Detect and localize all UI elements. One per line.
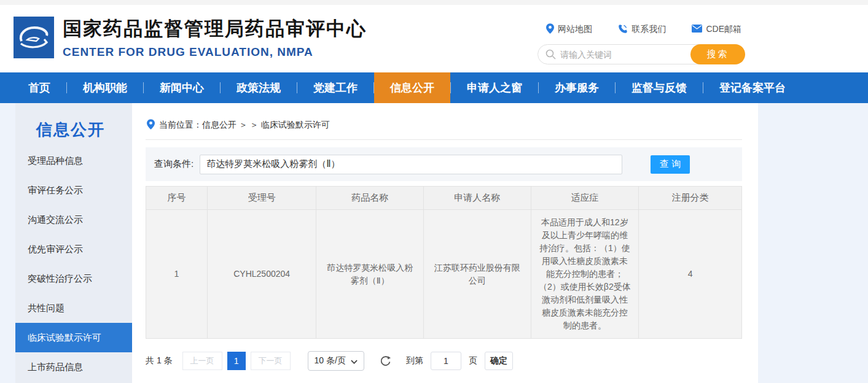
nav-item-applicant-window[interactable]: 申请人之窗 [451, 72, 538, 103]
main-nav: 首页 机构职能 新闻中心 政策法规 党建工作 信息公开 申请人之窗 办事服务 监… [0, 72, 868, 103]
nav-item-party-building[interactable]: 党建工作 [297, 72, 373, 103]
page-number-button[interactable]: 1 [227, 352, 246, 370]
nav-item-services[interactable]: 办事服务 [539, 72, 615, 103]
quick-link-label: CDE邮箱 [706, 24, 741, 35]
col-header-seq: 序号 [146, 187, 208, 210]
sidebar-item-common-issues[interactable]: 共性问题 [15, 293, 132, 323]
main-panel: 当前位置：信息公开 ＞ ＞ 临床试验默示许可 查询条件: 查 询 序号 受理号 … [132, 103, 758, 383]
cell-indication: 本品适用于成人和12岁及以上青少年哮喘的维持治疗。包括：（1）使用吸入性糖皮质激… [531, 210, 639, 339]
sidebar-item-accepted-varieties[interactable]: 受理品种信息 [15, 146, 132, 176]
phone-icon [618, 24, 628, 36]
cell-drug-name: 茚达特罗莫米松吸入粉雾剂（Ⅱ） [316, 210, 424, 339]
quick-link-mailbox[interactable]: CDE邮箱 [692, 23, 741, 36]
col-header-reg-class: 注册分类 [639, 187, 742, 210]
quick-link-contact[interactable]: 联系我们 [618, 23, 666, 36]
col-header-indication: 适应症 [531, 187, 639, 210]
cell-reg-class: 4 [639, 210, 742, 339]
nav-item-home[interactable]: 首页 [12, 72, 66, 103]
pagination: 共 1 条 上一页 1 下一页 10 条/页 到第 页 确定 [146, 351, 742, 371]
nav-item-news-center[interactable]: 新闻中心 [144, 72, 220, 103]
nav-item-registration-platform[interactable]: 登记备案平台 [703, 72, 802, 103]
location-pin-icon [147, 119, 155, 131]
top-strip [0, 0, 868, 5]
nav-item-info-disclosure[interactable]: 信息公开 [374, 72, 450, 103]
quick-link-label: 联系我们 [631, 24, 666, 35]
quick-link-label: 网站地图 [558, 24, 592, 35]
table-row: 1 CYHL2500204 茚达特罗莫米松吸入粉雾剂（Ⅱ） 江苏联环药业股份有限… [146, 210, 742, 339]
envelope-icon [692, 25, 702, 34]
cde-logo[interactable] [14, 17, 54, 58]
query-button[interactable]: 查 询 [651, 155, 690, 174]
sidebar-title: 信息公开 [15, 119, 132, 146]
goto-confirm-button[interactable]: 确定 [485, 352, 513, 370]
nav-item-supervision-feedback[interactable]: 监督与反馈 [616, 72, 703, 103]
breadcrumb: 当前位置：信息公开 ＞ ＞ 临床试验默示许可 [146, 103, 742, 140]
next-page-button[interactable]: 下一页 [251, 352, 291, 370]
query-input[interactable] [200, 155, 622, 174]
cell-seq: 1 [146, 210, 208, 339]
content-area: 信息公开 受理品种信息 审评任务公示 沟通交流公示 优先审评公示 突破性治疗公示… [0, 103, 868, 383]
site-titles: 国家药品监督管理局药品审评中心 CENTER FOR DRUG EVALUATI… [63, 16, 367, 59]
page-size-label: 10 条/页 [315, 355, 346, 366]
cell-applicant: 江苏联环药业股份有限公司 [424, 210, 531, 339]
quick-link-sitemap[interactable]: 网站地图 [546, 23, 592, 36]
cell-acceptance-no: CYHL2500204 [207, 210, 316, 339]
results-table: 序号 受理号 药品名称 申请人名称 适应症 注册分类 1 CYHL2500204… [146, 186, 742, 339]
col-header-acceptance-no: 受理号 [207, 187, 316, 210]
header-search: 搜索 [538, 44, 745, 64]
refresh-icon[interactable] [380, 355, 391, 366]
nav-item-org-functions[interactable]: 机构职能 [67, 72, 143, 103]
sidebar-item-clinical-trial-implied-license[interactable]: 临床试验默示许可 [15, 323, 132, 352]
brand: 国家药品监督管理局药品审评中心 CENTER FOR DRUG EVALUATI… [14, 16, 367, 59]
chevron-down-icon [351, 356, 358, 366]
search-icon [545, 49, 556, 62]
site-title-en: CENTER FOR DRUG EVALUATION, NMPA [63, 45, 367, 59]
table-header-row: 序号 受理号 药品名称 申请人名称 适应症 注册分类 [146, 187, 742, 210]
col-header-drug-name: 药品名称 [316, 187, 424, 210]
quick-links: 网站地图 联系我们 CDE邮箱 [538, 23, 745, 36]
goto-suffix-label: 页 [469, 355, 477, 366]
prev-page-button[interactable]: 上一页 [182, 352, 222, 370]
page-size-select[interactable]: 10 条/页 [308, 351, 364, 371]
sidebar-item-marketed-drug-info[interactable]: 上市药品信息 [15, 352, 132, 382]
query-bar: 查询条件: 查 询 [146, 147, 742, 181]
col-header-applicant: 申请人名称 [424, 187, 531, 210]
nav-item-policies[interactable]: 政策法规 [221, 72, 297, 103]
sidebar-item-review-tasks[interactable]: 审评任务公示 [15, 176, 132, 205]
location-pin-icon [546, 23, 554, 36]
sidebar-item-communication[interactable]: 沟通交流公示 [15, 205, 132, 234]
breadcrumb-text: 当前位置：信息公开 ＞ ＞ 临床试验默示许可 [159, 120, 330, 131]
sidebar-item-priority-review[interactable]: 优先审评公示 [15, 234, 132, 264]
site-title-cn: 国家药品监督管理局药品审评中心 [63, 16, 367, 42]
sidebar: 信息公开 受理品种信息 审评任务公示 沟通交流公示 优先审评公示 突破性治疗公示… [15, 103, 132, 383]
site-search-button[interactable]: 搜索 [690, 44, 745, 64]
goto-page-input[interactable] [431, 352, 461, 370]
total-count: 共 1 条 [146, 355, 173, 366]
goto-prefix-label: 到第 [406, 355, 423, 366]
header-right: 网站地图 联系我们 CDE邮箱 搜索 [538, 23, 745, 64]
site-header: 国家药品监督管理局药品审评中心 CENTER FOR DRUG EVALUATI… [0, 5, 868, 72]
sidebar-item-breakthrough-therapy[interactable]: 突破性治疗公示 [15, 264, 132, 293]
query-label: 查询条件: [154, 158, 194, 170]
